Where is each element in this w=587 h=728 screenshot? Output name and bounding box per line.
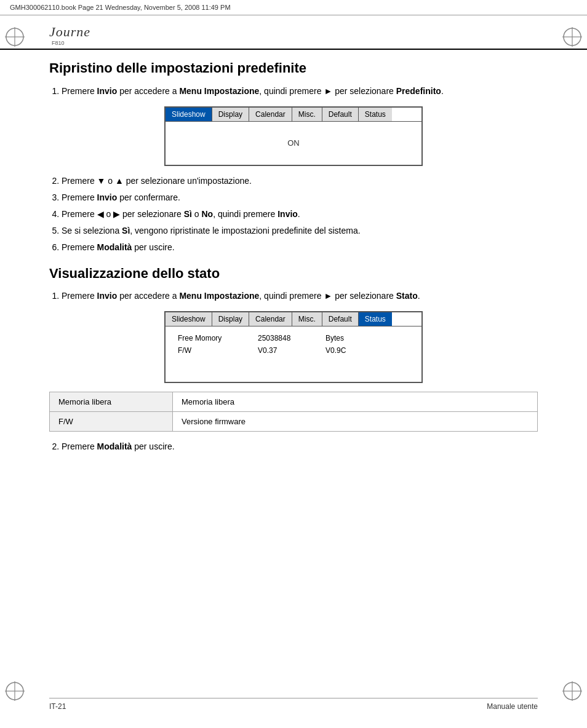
table-row-1: Memoria libera Memoria libera (50, 392, 538, 412)
logo-area: Journe F810 (0, 15, 587, 50)
section2-steps-2: Premere Modalità per uscire. (62, 440, 538, 453)
menu-mockup-2: Slideshow Display Calendar Misc. Default… (164, 311, 423, 383)
menu-body-1: ON (166, 122, 421, 165)
corner-tr (561, 26, 583, 48)
tab-status-1[interactable]: Status (359, 108, 392, 121)
footer-right: Manuale utente (487, 702, 538, 711)
tab-default-1[interactable]: Default (322, 108, 359, 121)
status-val-memory: 25038848 (258, 334, 301, 342)
tab-calendar-1[interactable]: Calendar (249, 108, 292, 121)
info-table: Memoria libera Memoria libera F/W Versio… (49, 392, 538, 432)
section1-title: Ripristino delle impostazioni predefinit… (49, 60, 538, 77)
section1-steps: Premere Invio per accedere a Menu Impost… (62, 85, 538, 98)
tab-display-2[interactable]: Display (212, 312, 249, 326)
status-val-fw1: V0.37 (258, 346, 301, 355)
top-bar: GMH300062110.book Page 21 Wednesday, Nov… (0, 0, 587, 15)
svg-text:Journe: Journe (49, 24, 90, 39)
step-1-4: Premere ◀ o ▶ per selezionare Sì o No, q… (62, 208, 538, 221)
tab-misc-1[interactable]: Misc. (292, 108, 322, 121)
status-row-1: Free Momory 25038848 Bytes (178, 334, 409, 342)
section1-steps-2: Premere ▼ o ▲ per selezionare un'imposta… (62, 175, 538, 254)
tab-misc-2[interactable]: Misc. (292, 312, 322, 326)
menu-mockup-1: Slideshow Display Calendar Misc. Default… (164, 106, 423, 166)
status-label-fw: F/W (178, 346, 233, 355)
status-unit-memory: Bytes (325, 334, 344, 342)
status-val-fw2: V0.9C (325, 346, 346, 355)
tab-calendar-2[interactable]: Calendar (249, 312, 292, 326)
step-1-3: Premere Invio per confermare. (62, 191, 538, 204)
table-cell-1-2: Memoria libera (173, 392, 538, 412)
page: GMH300062110.book Page 21 Wednesday, Nov… (0, 0, 587, 728)
logo-sub: F810 (52, 40, 538, 46)
tab-slideshow-2[interactable]: Slideshow (166, 312, 212, 326)
menu-tabs-1: Slideshow Display Calendar Misc. Default… (166, 108, 421, 122)
status-row-2: F/W V0.37 V0.9C (178, 346, 409, 355)
corner-tl (4, 26, 26, 48)
tab-default-2[interactable]: Default (322, 312, 359, 326)
tab-display-1[interactable]: Display (212, 108, 249, 121)
menu-tabs-2: Slideshow Display Calendar Misc. Default… (166, 312, 421, 326)
step-2-1: Premere Invio per accedere a Menu Impost… (62, 290, 538, 303)
section2-title: Visualizzazione dello stato (49, 265, 538, 283)
table-row-2: F/W Versione firmware (50, 412, 538, 432)
table-cell-2-2: Versione firmware (173, 412, 538, 432)
table-cell-2-1: F/W (50, 412, 173, 432)
menu-body-text-1: ON (287, 138, 300, 148)
corner-bl (4, 680, 26, 702)
tab-status-2[interactable]: Status (359, 312, 392, 326)
footer-left: IT-21 (49, 702, 66, 711)
table-cell-1-1: Memoria libera (50, 392, 173, 412)
step-1-5: Se si seleziona Sì, vengono ripristinate… (62, 224, 538, 237)
step-2-2: Premere Modalità per uscire. (62, 440, 538, 453)
main-content: Ripristino delle impostazioni predefinit… (0, 60, 587, 453)
step-1-2: Premere ▼ o ▲ per selezionare un'imposta… (62, 175, 538, 188)
step-1-6: Premere Modalità per uscire. (62, 241, 538, 254)
tab-slideshow-1[interactable]: Slideshow (166, 108, 212, 121)
status-label-memory: Free Momory (178, 334, 233, 342)
section2-steps-1: Premere Invio per accedere a Menu Impost… (62, 290, 538, 303)
top-bar-text: GMH300062110.book Page 21 Wednesday, Nov… (10, 4, 231, 11)
corner-br (561, 680, 583, 702)
menu-body-2: Free Momory 25038848 Bytes F/W V0.37 V0.… (166, 326, 421, 382)
step-1-1: Premere Invio per accedere a Menu Impost… (62, 85, 538, 98)
footer: IT-21 Manuale utente (49, 698, 538, 711)
